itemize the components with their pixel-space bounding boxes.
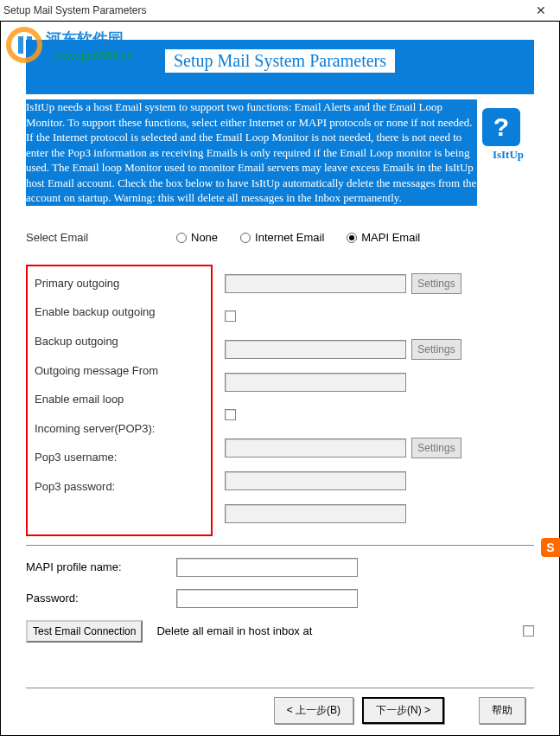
label-enable-backup: Enable backup outgoing [35,305,204,319]
mapi-password-row: Password: [26,589,534,608]
side-badge-icon[interactable]: S [541,538,560,557]
wizard-nav: < 上一步(B) 下一步(N) > 帮助 [26,688,534,724]
fields-container: Primary outgoing Enable backup outgoing … [26,265,534,536]
select-email-label: Select Email [26,231,173,244]
enable-backup-checkbox[interactable] [225,310,236,322]
question-icon: ? [482,108,520,146]
mapi-password-input[interactable] [176,589,358,608]
label-outgoing-from: Outgoing message From [35,364,204,378]
radio-icon [240,233,251,243]
pop3-username-input[interactable] [225,471,406,490]
radio-icon [347,233,357,243]
separator [26,545,534,546]
help-button[interactable]: 帮助 [479,697,525,724]
next-button[interactable]: 下一步(N) > [362,697,444,724]
pop3-password-input[interactable] [225,504,406,523]
enable-loop-checkbox[interactable] [225,409,236,420]
radio-none[interactable]: None [176,231,218,244]
label-primary-outgoing: Primary outgoing [35,277,204,291]
delete-email-checkbox[interactable] [523,625,534,637]
radio-internet[interactable]: Internet Email [240,231,324,244]
description-text: IsItUp needs a host Email system to supp… [26,99,477,206]
mapi-profile-label: MAPI profile name: [26,560,168,573]
label-enable-loop: Enable email loop [35,393,204,406]
radio-mapi[interactable]: MAPI Email [347,231,420,244]
description-row: IsItUp needs a host Email system to supp… [26,99,534,206]
isitup-label: IsItUp [482,148,534,162]
mapi-password-label: Password: [26,592,168,605]
primary-settings-button[interactable]: Settings [411,273,461,294]
backup-outgoing-input[interactable] [225,340,406,359]
banner: Setup Mail System Parameters [26,40,534,94]
test-connection-button[interactable]: Test Email Connection [26,620,143,643]
primary-outgoing-input[interactable] [225,274,406,293]
mapi-profile-input[interactable] [176,558,358,577]
pop3-settings-button[interactable]: Settings [411,438,461,458]
outgoing-from-input[interactable] [225,373,406,392]
back-button[interactable]: < 上一步(B) [274,697,353,724]
select-email-row: Select Email None Internet Email MAPI Em… [26,227,534,249]
close-icon[interactable]: ✕ [525,0,557,21]
label-pop3-user: Pop3 username: [35,451,204,464]
content-area: Setup Mail System Parameters IsItUp need… [2,22,558,734]
dialog-frame: 河东软件园 www.pc0359.cn Setup Mail System Pa… [0,21,560,736]
label-pop3-pass: Pop3 password: [35,480,204,494]
delete-email-label: Delete all email in host inbox at [151,624,514,637]
incoming-pop3-input[interactable] [225,438,406,457]
radio-icon [176,233,187,243]
label-backup-outgoing: Backup outgoing [35,335,204,349]
page-title: Setup Mail System Parameters [164,48,396,74]
highlighted-fields-box: Primary outgoing Enable backup outgoing … [26,265,213,536]
isitup-logo: ? IsItUp [482,99,534,206]
test-delete-row: Test Email Connection Delete all email i… [26,620,534,643]
inputs-column: Settings Settings Settings [225,265,534,536]
window-title: Setup Mail System Parameters [3,4,146,16]
backup-settings-button[interactable]: Settings [411,339,461,360]
email-radio-group: None Internet Email MAPI Email [176,231,420,244]
mapi-profile-row: MAPI profile name: [26,558,534,577]
label-incoming-pop3: Incoming server(POP3): [35,422,204,436]
window-titlebar: Setup Mail System Parameters ✕ [0,0,560,21]
